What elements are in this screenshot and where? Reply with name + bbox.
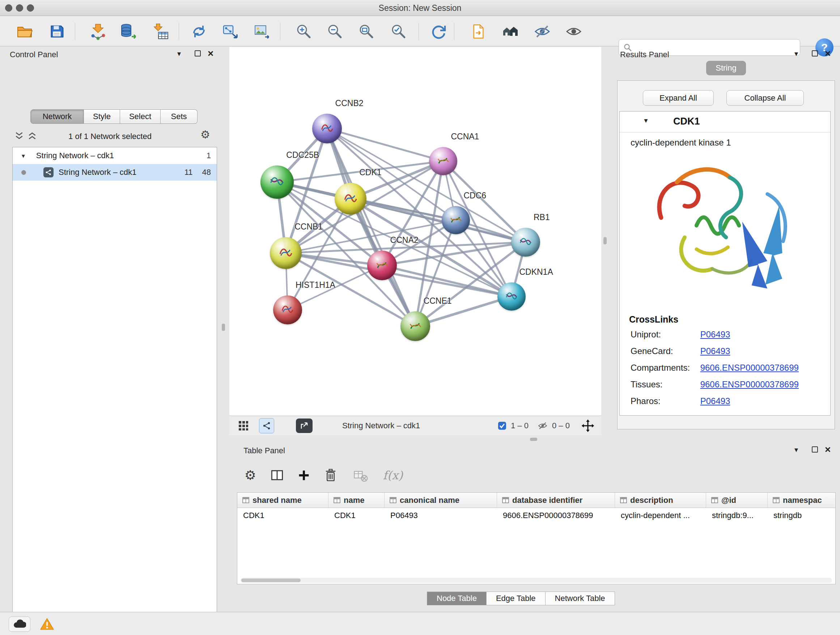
- open-in-new-window-button[interactable]: [296, 418, 313, 433]
- table-panel-dropdown-icon[interactable]: ▾: [794, 445, 798, 454]
- results-tab-string[interactable]: String: [706, 61, 746, 75]
- tab-select[interactable]: Select: [120, 109, 161, 124]
- copy-document-button[interactable]: [469, 21, 489, 42]
- open-session-button[interactable]: [14, 21, 35, 42]
- first-neighbors-button[interactable]: [189, 21, 209, 42]
- network-node-cdc6[interactable]: [442, 206, 470, 234]
- cell-shared-name[interactable]: CDK1: [237, 508, 328, 523]
- network-node-ccnb1[interactable]: [270, 237, 302, 269]
- expand-all-button[interactable]: Expand All: [643, 90, 714, 106]
- column-header-namespace[interactable]: namespac: [767, 493, 835, 508]
- network-node-ccna1[interactable]: [429, 147, 457, 175]
- cell-id[interactable]: stringdb:9...: [706, 508, 767, 523]
- column-header-description[interactable]: description: [615, 493, 706, 508]
- results-panel-dropdown-icon[interactable]: ▾: [794, 49, 798, 58]
- selected-checkbox[interactable]: [498, 416, 507, 435]
- import-network-from-file-button[interactable]: [88, 21, 108, 42]
- network-row-selected[interactable]: String Network – cdk1 11 48: [13, 164, 217, 181]
- table-horizontal-scrollbar[interactable]: [240, 578, 832, 583]
- column-header-canonical-name[interactable]: canonical name: [385, 493, 497, 508]
- table-settings-button[interactable]: ⚙: [237, 468, 264, 483]
- add-column-button[interactable]: [291, 468, 317, 483]
- table-panel-close-icon[interactable]: ×: [825, 446, 831, 453]
- cell-name[interactable]: CDK1: [328, 508, 385, 523]
- network-canvas[interactable]: CCNB2CCNA1CDC25BCDK1CDC6RB1CCNB1CCNA2CDK…: [229, 47, 601, 416]
- zoom-selected-button[interactable]: [388, 21, 409, 42]
- export-image-button[interactable]: [252, 21, 272, 42]
- network-node-ccna2[interactable]: [367, 250, 397, 280]
- eye-slash-icon: [534, 23, 551, 40]
- tab-node-table[interactable]: Node Table: [427, 592, 486, 605]
- tab-network[interactable]: Network: [30, 109, 84, 124]
- toggle-string-style-button[interactable]: [532, 21, 553, 42]
- network-node-rb1[interactable]: [511, 228, 540, 257]
- column-header-name[interactable]: name: [328, 493, 385, 508]
- disclosure-triangle-icon[interactable]: ▼: [21, 153, 26, 159]
- results-panel-maximize-icon[interactable]: [812, 50, 818, 57]
- refresh-button[interactable]: [429, 21, 449, 42]
- control-panel-dropdown-icon[interactable]: ▾: [177, 49, 181, 58]
- network-node-cdc25b[interactable]: [261, 165, 294, 199]
- tab-style[interactable]: Style: [84, 109, 120, 124]
- network-options-gear-icon[interactable]: ⚙: [201, 128, 210, 141]
- network-node-hist1h1a[interactable]: [273, 295, 302, 325]
- pan-mode-button[interactable]: [581, 416, 595, 435]
- new-network-from-selection-button[interactable]: [220, 21, 240, 42]
- network-type-button[interactable]: [259, 418, 274, 433]
- delete-column-button[interactable]: [317, 468, 344, 483]
- import-table-from-file-button[interactable]: [150, 21, 171, 42]
- show-columns-button[interactable]: [264, 467, 291, 483]
- column-header-id[interactable]: @id: [706, 493, 767, 508]
- left-splitter-handle[interactable]: [222, 324, 225, 331]
- column-header-database-identifier[interactable]: database identifier: [497, 493, 615, 508]
- column-header-shared-name[interactable]: shared name: [237, 493, 328, 508]
- birds-eye-view-button[interactable]: [238, 416, 249, 435]
- network-node-ccne1[interactable]: [401, 311, 430, 341]
- help-button[interactable]: ?: [815, 38, 834, 57]
- protein-thumbnail: [279, 301, 297, 319]
- scrollbar-thumb[interactable]: [241, 578, 301, 582]
- zoom-fit-button[interactable]: [356, 21, 377, 42]
- grid-icon: [238, 420, 249, 431]
- save-session-button[interactable]: [47, 21, 67, 42]
- string-home-button[interactable]: [500, 21, 521, 42]
- results-panel-close-icon[interactable]: ×: [825, 50, 831, 57]
- tab-sets[interactable]: Sets: [161, 109, 197, 124]
- cloud-status-button[interactable]: [9, 616, 30, 632]
- zoom-out-button[interactable]: [325, 21, 345, 42]
- cell-canonical-name[interactable]: P06493: [385, 508, 497, 523]
- delete-table-button-disabled[interactable]: [344, 467, 377, 483]
- gene-entry-header[interactable]: ▼ CDK1: [620, 111, 830, 133]
- right-splitter-handle[interactable]: [603, 237, 607, 244]
- cell-namespace[interactable]: stringdb: [767, 508, 835, 523]
- table-panel-maximize-icon[interactable]: [812, 447, 818, 453]
- crosslink-pharos-link[interactable]: P06493: [700, 396, 730, 406]
- network-node-ccnb2[interactable]: [312, 114, 342, 143]
- import-network-from-database-button[interactable]: [118, 21, 139, 42]
- crosslink-tissues-link[interactable]: 9606.ENSP00000378699: [700, 379, 799, 389]
- crosslink-uniprot-link[interactable]: P06493: [700, 329, 730, 339]
- crosslink-compartments-link[interactable]: 9606.ENSP00000378699: [700, 363, 799, 372]
- horizontal-splitter-handle[interactable]: [530, 438, 537, 441]
- network-collection-row[interactable]: ▼ String Network – cdk1 1: [13, 147, 217, 164]
- tab-network-table[interactable]: Network Table: [546, 592, 615, 605]
- zoom-in-button[interactable]: [294, 21, 314, 42]
- delete-table-icon: [352, 467, 368, 483]
- tab-edge-table[interactable]: Edge Table: [486, 592, 546, 605]
- node-label-cdc6: CDC6: [463, 191, 486, 201]
- control-panel-maximize-icon[interactable]: [195, 50, 201, 57]
- cell-description[interactable]: cyclin-dependent ...: [615, 508, 706, 523]
- control-panel-close-icon[interactable]: ×: [208, 50, 213, 57]
- network-view-toolbar: String Network – cdk1 1 – 0 0 – 0: [229, 416, 601, 435]
- network-node-cdkn1a[interactable]: [497, 282, 526, 310]
- network-nodes-layer: CCNB2CCNA1CDC25BCDK1CDC6RB1CCNB1CCNA2CDK…: [229, 47, 601, 416]
- crosslink-genecard-link[interactable]: P06493: [700, 346, 730, 356]
- cell-database-identifier[interactable]: 9606.ENSP00000378699: [497, 508, 615, 523]
- entry-disclosure-icon[interactable]: ▼: [643, 117, 649, 125]
- network-node-cdk1[interactable]: [335, 183, 366, 215]
- show-graphics-details-button[interactable]: [564, 21, 584, 42]
- table-row[interactable]: CDK1 CDK1 P06493 9606.ENSP00000378699 cy…: [237, 508, 835, 523]
- collapse-all-button[interactable]: Collapse All: [726, 90, 804, 106]
- function-builder-button-disabled[interactable]: f(x): [377, 469, 409, 482]
- warnings-button[interactable]: [38, 616, 57, 632]
